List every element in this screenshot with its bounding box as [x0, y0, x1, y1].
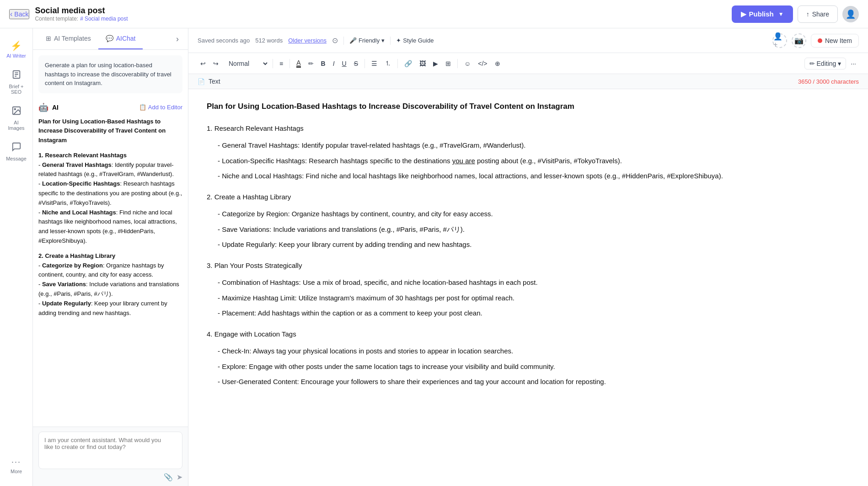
back-arrow-icon: ‹	[10, 10, 12, 18]
undo-button[interactable]: ↩	[198, 58, 209, 69]
highlight-button[interactable]: ✏	[305, 58, 316, 69]
ai-panel-tabs: ⊞ AI Templates 💬 AIChat ›	[33, 28, 188, 50]
brief-icon	[11, 69, 21, 82]
sidebar-item-more[interactable]: ··· More	[2, 453, 31, 479]
collapse-panel-button[interactable]: ›	[172, 28, 182, 49]
publish-dropdown-arrow: ▼	[778, 11, 784, 17]
main-layout: ⚡ AI Writer Brief + SEO AI Images Messag…	[0, 28, 868, 486]
ai-chat-input[interactable]	[38, 432, 182, 469]
link-button[interactable]: 🔗	[402, 58, 415, 69]
ai-generated-text: Plan for Using Location-Based Hashtags t…	[38, 117, 182, 318]
sidebar-item-ai-writer[interactable]: ⚡ AI Writer	[2, 36, 31, 63]
redo-button[interactable]: ↪	[210, 58, 221, 69]
ai-prompt-text: Generate a plan for using location-based…	[38, 55, 182, 93]
ai-item-2-3: - Update Regularly: Keep your library cu…	[38, 299, 182, 318]
publish-button[interactable]: ▶ Publish ▼	[732, 5, 793, 23]
publish-icon: ▶	[741, 10, 746, 18]
edit-icon: ✏	[809, 60, 815, 67]
section-4-heading: 4. Engage with Location Tags	[207, 328, 850, 340]
tone-label: Friendly	[359, 37, 380, 44]
camera-button[interactable]: 📷	[792, 33, 806, 48]
focus-mode-icon[interactable]: ⊙	[332, 36, 338, 45]
older-versions-link[interactable]: Older versions	[288, 37, 327, 44]
fmt-divider-3	[364, 59, 365, 68]
tab-ai-templates[interactable]: ⊞ AI Templates	[38, 28, 98, 49]
section-1: 1. Research Relevant Hashtags - General …	[207, 123, 850, 182]
section-3-item-3: - Placement: Add hashtags within the cap…	[218, 307, 850, 319]
doc-subtitle: Content template: # Social media post	[35, 16, 128, 22]
ai-item-1-1: - General Travel Hashtags: Identify popu…	[38, 160, 182, 180]
ai-item-2-2: - Save Variations: Include variations an…	[38, 280, 182, 299]
document-body: Plan for Using Location-Based Hashtags t…	[207, 100, 850, 388]
doc-subtitle-prefix: Content template:	[35, 16, 78, 22]
section-4-item-1: - Check-In: Always tag your physical loc…	[218, 345, 850, 357]
header-right: ▶ Publish ▼ ↑ Share 👤	[732, 5, 859, 23]
svg-point-5	[14, 108, 16, 110]
font-color-button[interactable]: A	[294, 57, 303, 69]
section-3-item-1: - Combination of Hashtags: Use a mix of …	[218, 277, 850, 288]
ai-item-2-1: - Categorize by Region: Organize hashtag…	[38, 261, 182, 280]
new-item-dot	[818, 38, 822, 43]
strikethrough-button[interactable]: S	[351, 58, 361, 69]
saved-status: Saved seconds ago	[198, 37, 250, 44]
user-avatar[interactable]: 👤	[842, 6, 859, 22]
sidebar-item-brief-seo[interactable]: Brief + SEO	[2, 65, 31, 99]
ai-section-1-heading: 1. Research Relevant Hashtags	[38, 151, 182, 160]
word-count: 512 words	[255, 37, 283, 44]
hashtag-icon: #	[80, 16, 83, 22]
section-3-item-2: - Maximize Hashtag Limit: Utilize Instag…	[218, 292, 850, 304]
add-to-editor-button[interactable]: 📋 Add to Editor	[139, 104, 182, 111]
divider-2	[390, 37, 391, 45]
sidebar-item-ai-images[interactable]: AI Images	[2, 101, 31, 135]
ai-templates-label: AI Templates	[54, 35, 91, 42]
tone-button[interactable]: 🎤 Friendly ▾	[349, 37, 385, 44]
doc-template-link[interactable]: # Social media post	[80, 16, 128, 22]
style-guide-button[interactable]: ✦ Style Guide	[396, 37, 434, 44]
italic-button[interactable]: I	[330, 58, 338, 69]
editor-content[interactable]: Plan for Using Location-Based Hashtags t…	[188, 89, 868, 486]
message-icon	[11, 142, 21, 154]
header-left: ‹ Back Social media post Content templat…	[9, 6, 128, 22]
doc-title: Social media post	[35, 6, 128, 16]
add-to-editor-label: Add to Editor	[148, 104, 182, 111]
image-insert-button[interactable]: 🖼	[417, 58, 429, 69]
ai-writer-label: AI Writer	[6, 53, 26, 59]
underline-text: you are	[452, 157, 475, 165]
more-icon: ···	[11, 457, 21, 467]
more-options-button[interactable]: ···	[848, 58, 859, 69]
back-label: Back	[14, 11, 28, 18]
sidebar-item-message[interactable]: Message	[2, 137, 31, 166]
doc-info: Social media post Content template: # So…	[35, 6, 128, 22]
align-button[interactable]: ≡	[277, 58, 286, 69]
code-button[interactable]: </>	[475, 58, 490, 69]
ordered-list-button[interactable]: ⒈	[382, 58, 394, 69]
section-2: 2. Create a Hashtag Library - Categorize…	[207, 191, 850, 251]
bold-button[interactable]: B	[318, 58, 328, 69]
table-button[interactable]: ⊞	[443, 58, 454, 69]
paragraph-style-select[interactable]: Normal Heading 1 Heading 2 Heading 3	[223, 58, 269, 69]
send-button[interactable]: ➤	[177, 473, 182, 481]
underline-button[interactable]: U	[339, 58, 349, 69]
section-1-item-3: - Niche and Local Hashtags: Find niche a…	[218, 170, 850, 182]
more-format-button[interactable]: ⊕	[492, 58, 503, 69]
collaborator-add-button[interactable]: 👤+	[772, 33, 787, 48]
section-2-item-1: - Categorize by Region: Organize hashtag…	[218, 208, 850, 220]
play-button[interactable]: ▶	[430, 58, 441, 69]
attach-button[interactable]: 📎	[164, 473, 173, 481]
back-button[interactable]: ‹ Back	[9, 9, 29, 19]
ai-panel: ⊞ AI Templates 💬 AIChat › Generate a pla…	[33, 28, 188, 486]
section-4-item-2: - Explore: Engage with other posts under…	[218, 361, 850, 373]
ai-content-header: 🤖 AI 📋 Add to Editor	[38, 102, 182, 112]
brief-seo-label: Brief + SEO	[5, 84, 27, 95]
tab-aichat[interactable]: 💬 AIChat	[98, 28, 143, 49]
editing-mode-selector[interactable]: ✏ Editing ▾	[804, 58, 847, 69]
share-button[interactable]: ↑ Share	[798, 5, 838, 23]
section-1-item-2: - Location-Specific Hashtags: Research h…	[218, 155, 850, 167]
new-item-button[interactable]: New Item	[811, 34, 859, 48]
emoji-button[interactable]: ☺	[461, 58, 473, 69]
editor-area: Saved seconds ago 512 words Older versio…	[188, 28, 868, 486]
ai-item-1-3: - Niche and Local Hashtags: Find niche a…	[38, 208, 182, 246]
image-icon	[11, 106, 21, 118]
prompt-content: Generate a plan for using location-based…	[45, 62, 171, 86]
bullet-list-button[interactable]: ☰	[369, 58, 380, 69]
